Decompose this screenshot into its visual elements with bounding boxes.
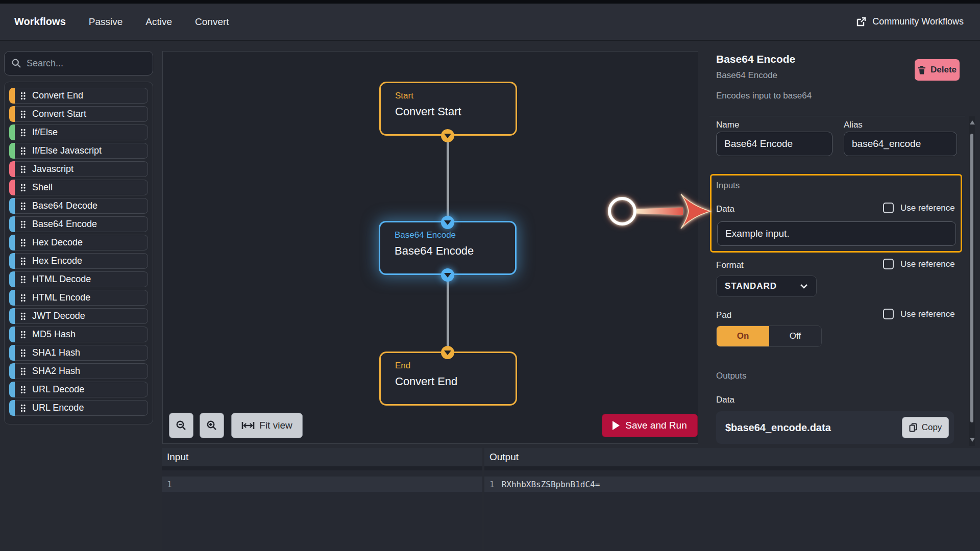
sidebar-item-hex-decode[interactable]: Hex Decode bbox=[9, 235, 148, 251]
output-data-label: Data bbox=[716, 395, 734, 405]
use-reference-label: Use reference bbox=[900, 259, 955, 269]
item-color-tab bbox=[9, 327, 15, 342]
nav-passive[interactable]: Passive bbox=[89, 16, 123, 28]
sidebar-item-javascript[interactable]: Javascript bbox=[9, 161, 148, 177]
node-convert-start[interactable]: Start Convert Start bbox=[379, 82, 517, 136]
sidebar-item-sha1-hash[interactable]: SHA1 Hash bbox=[9, 345, 148, 361]
item-body: SHA1 Hash bbox=[15, 345, 148, 361]
format-dropdown[interactable]: STANDARD bbox=[716, 276, 817, 297]
sidebar-item-url-decode[interactable]: URL Decode bbox=[9, 382, 148, 397]
name-value: Base64 Encode bbox=[724, 138, 793, 149]
copy-button[interactable]: Copy bbox=[902, 417, 949, 438]
item-color-tab bbox=[9, 106, 15, 122]
pad-on-option[interactable]: On bbox=[717, 326, 769, 346]
sidebar-item-shell[interactable]: Shell bbox=[9, 180, 148, 195]
item-color-tab bbox=[9, 161, 15, 177]
sidebar-item-label: Hex Decode bbox=[32, 237, 83, 248]
port-encode-input[interactable] bbox=[441, 216, 454, 229]
sidebar-item-sha2-hash[interactable]: SHA2 Hash bbox=[9, 363, 148, 379]
data-use-reference-checkbox[interactable] bbox=[883, 203, 894, 213]
external-link-icon bbox=[856, 17, 866, 27]
drag-handle-icon bbox=[20, 257, 26, 265]
data-input-label: Data bbox=[716, 204, 734, 214]
output-reference-box: $base64_encode.data Copy bbox=[716, 411, 954, 444]
use-reference-label: Use reference bbox=[900, 203, 955, 213]
fit-view-button[interactable]: Fit view bbox=[231, 413, 303, 438]
drag-handle-icon bbox=[20, 349, 26, 357]
item-color-tab bbox=[9, 345, 15, 361]
inputs-section-label: Inputs bbox=[716, 181, 740, 191]
item-body: URL Encode bbox=[15, 400, 148, 416]
item-color-tab bbox=[9, 271, 15, 287]
drag-handle-icon bbox=[20, 367, 26, 375]
item-color-tab bbox=[9, 143, 15, 159]
node-type-label: Base64 Encode bbox=[395, 230, 456, 240]
edge-start-to-encode bbox=[447, 136, 449, 222]
sidebar-item-html-decode[interactable]: HTML Decode bbox=[9, 271, 148, 287]
sidebar-item-base64-decode[interactable]: Base64 Decode bbox=[9, 198, 148, 214]
pad-toggle: On Off bbox=[716, 325, 822, 347]
sidebar-item-label: If/Else Javascript bbox=[32, 145, 102, 156]
delete-label: Delete bbox=[930, 65, 957, 75]
format-use-reference-checkbox[interactable] bbox=[883, 259, 894, 269]
drag-handle-icon bbox=[20, 220, 26, 229]
sidebar-item-if-else-javascript[interactable]: If/Else Javascript bbox=[9, 143, 148, 159]
item-body: JWT Decode bbox=[15, 308, 148, 324]
search-icon bbox=[11, 58, 21, 68]
port-start-output[interactable] bbox=[441, 129, 454, 142]
search-input[interactable] bbox=[27, 58, 139, 69]
port-end-input[interactable] bbox=[441, 346, 454, 359]
pad-off-option[interactable]: Off bbox=[769, 326, 821, 346]
scroll-up-arrow[interactable] bbox=[970, 120, 975, 124]
item-body: Hex Decode bbox=[15, 235, 148, 251]
sidebar-item-convert-start[interactable]: Convert Start bbox=[9, 106, 148, 122]
item-color-tab bbox=[9, 253, 15, 269]
line-number: 1 bbox=[484, 480, 495, 489]
sidebar-item-jwt-decode[interactable]: JWT Decode bbox=[9, 308, 148, 324]
data-field[interactable]: Example input. bbox=[717, 221, 956, 246]
output-editor-line[interactable]: 1 RXhhbXBsZSBpbnB1dC4= bbox=[484, 477, 980, 492]
workflow-canvas[interactable]: Start Convert Start Base64 Encode Base64… bbox=[162, 51, 698, 444]
sidebar-item-convert-end[interactable]: Convert End bbox=[9, 88, 148, 104]
delete-button[interactable]: Delete bbox=[915, 59, 960, 81]
nav-convert[interactable]: Convert bbox=[195, 16, 229, 28]
copy-icon bbox=[909, 423, 917, 432]
node-convert-end[interactable]: End Convert End bbox=[379, 352, 517, 406]
alias-label: Alias bbox=[844, 120, 863, 130]
nav-active[interactable]: Active bbox=[145, 16, 172, 28]
inspector-scrollbar[interactable] bbox=[969, 116, 975, 446]
item-body: SHA2 Hash bbox=[15, 363, 148, 379]
item-body: Hex Encode bbox=[15, 253, 148, 269]
edge-encode-to-end bbox=[447, 274, 449, 353]
scroll-down-arrow[interactable] bbox=[970, 438, 975, 442]
sidebar-item-label: Base64 Decode bbox=[32, 201, 97, 211]
zoom-out-button[interactable] bbox=[169, 413, 193, 438]
alias-field[interactable]: base64_encode bbox=[844, 132, 957, 156]
inspector-description: Encodes input to base64 bbox=[716, 91, 812, 101]
name-field[interactable]: Base64 Encode bbox=[716, 132, 832, 156]
sidebar-item-if-else[interactable]: If/Else bbox=[9, 124, 148, 140]
item-color-tab bbox=[9, 382, 15, 397]
sidebar-item-label: URL Decode bbox=[32, 384, 84, 395]
save-and-run-button[interactable]: Save and Run bbox=[602, 414, 698, 437]
item-color-tab bbox=[9, 198, 15, 214]
sidebar-item-label: Convert Start bbox=[32, 109, 86, 119]
sidebar-item-md5-hash[interactable]: MD5 Hash bbox=[9, 327, 148, 342]
drag-handle-icon bbox=[20, 147, 26, 155]
inspector-subtitle: Base64 Encode bbox=[716, 70, 777, 81]
scrollbar-thumb[interactable] bbox=[970, 134, 973, 422]
input-editor-line[interactable]: 1 bbox=[162, 477, 482, 492]
search-box[interactable] bbox=[4, 51, 153, 76]
sidebar-item-label: MD5 Hash bbox=[32, 329, 76, 340]
port-encode-output[interactable] bbox=[441, 268, 454, 282]
sidebar-item-url-encode[interactable]: URL Encode bbox=[9, 400, 148, 416]
sidebar-item-label: URL Encode bbox=[32, 403, 84, 413]
sidebar-item-html-encode[interactable]: HTML Encode bbox=[9, 290, 148, 306]
sidebar-item-base64-encode[interactable]: Base64 Encode bbox=[9, 216, 148, 232]
community-workflows-link[interactable]: Community Workflows bbox=[856, 16, 964, 27]
sidebar-item-hex-encode[interactable]: Hex Encode bbox=[9, 253, 148, 269]
pad-use-reference-checkbox[interactable] bbox=[883, 309, 894, 319]
zoom-in-button[interactable] bbox=[200, 413, 224, 438]
item-body: MD5 Hash bbox=[15, 327, 148, 342]
drag-handle-icon bbox=[20, 92, 26, 100]
